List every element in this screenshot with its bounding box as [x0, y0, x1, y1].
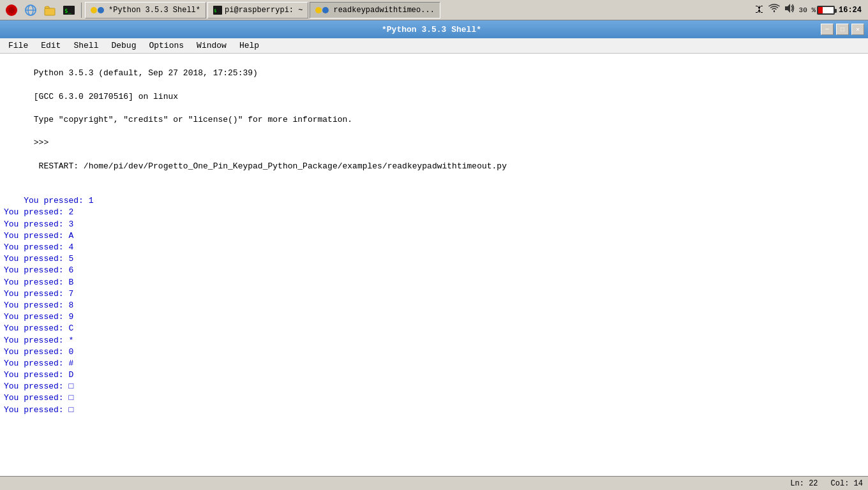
clock: 16:24: [839, 6, 862, 15]
python-shell-window: *Python 3.5.3 Shell* ─ □ ✕ File Edit She…: [0, 20, 868, 490]
output-line-11: You pressed: C: [4, 323, 73, 333]
taskbar-tab-0-label: *Python 3.5.3 Shell*: [108, 6, 200, 15]
menu-debug[interactable]: Debug: [105, 39, 142, 52]
taskbar: $_ *Python 3.5.3 Shell* $ pi@raspberrypi…: [0, 0, 868, 20]
maximize-button[interactable]: □: [836, 24, 849, 35]
statusbar: Ln: 22 Col: 14: [0, 476, 868, 490]
taskbar-readkeypad-tab[interactable]: readkeypadwithtimeo...: [310, 2, 440, 19]
minimize-button[interactable]: ─: [821, 24, 834, 35]
output-line-1: You pressed: 2: [4, 207, 73, 217]
wifi-icon[interactable]: [768, 3, 780, 17]
close-button[interactable]: ✕: [851, 24, 864, 35]
output-line-13: You pressed: 0: [4, 347, 73, 357]
browser-icon[interactable]: [22, 1, 40, 19]
output-line-18: You pressed: □: [4, 405, 73, 415]
restart-line: RESTART: /home/pi/dev/Progetto_One_Pin_K…: [34, 161, 507, 171]
output-line-7: You pressed: B: [4, 278, 73, 287]
output-line-8: You pressed: 7: [4, 289, 73, 299]
output-line-4: You pressed: 4: [4, 242, 73, 252]
output-line-16: You pressed: □: [4, 382, 73, 391]
battery-fill: [818, 7, 823, 13]
output-line-9: You pressed: 8: [4, 301, 73, 310]
window-titlebar: *Python 3.5.3 Shell* ─ □ ✕: [0, 20, 868, 38]
menubar: File Edit Shell Debug Options Window Hel…: [0, 38, 868, 54]
output-line-6: You pressed: 6: [4, 265, 73, 275]
output-line-17: You pressed: □: [4, 393, 73, 403]
battery-box: [817, 6, 835, 15]
intro-line-1: [GCC 6.3.0 20170516] on linux: [34, 92, 178, 101]
menu-window[interactable]: Window: [191, 39, 232, 52]
shell-output-area[interactable]: Python 3.5.3 (default, Sep 27 2018, 17:2…: [0, 54, 868, 476]
terminal-icon[interactable]: $_: [60, 1, 78, 19]
line-number: Ln: 22: [790, 479, 818, 488]
window-title: *Python 3.5.3 Shell*: [42, 25, 821, 34]
taskbar-tab-1-label: pi@raspberrypi: ~: [225, 6, 303, 15]
output-line-5: You pressed: 5: [4, 254, 73, 264]
intro-line-0: Python 3.5.3 (default, Sep 27 2018, 17:2…: [34, 68, 258, 78]
output-line-12: You pressed: *: [4, 336, 73, 345]
volume-icon[interactable]: [784, 3, 795, 17]
svg-text:$_: $_: [64, 8, 71, 14]
taskbar-tab-2-label: readkeypadwithtimeo...: [333, 6, 434, 15]
svg-point-1: [8, 7, 15, 13]
separator: [81, 3, 82, 18]
output-line-15: You pressed: D: [4, 370, 73, 380]
svg-rect-5: [45, 8, 55, 15]
output-line-10: You pressed: 9: [4, 312, 73, 322]
terminal-small-icon: $: [213, 6, 222, 15]
col-number: Col: 14: [831, 479, 863, 488]
python-icon-2: [315, 7, 329, 13]
taskbar-terminal-tab[interactable]: $ pi@raspberrypi: ~: [207, 2, 308, 19]
output-line-3: You pressed: A: [4, 231, 73, 241]
menu-file[interactable]: File: [3, 39, 34, 52]
battery-percent: 30 %: [799, 6, 816, 14]
shell-content: Python 3.5.3 (default, Sep 27 2018, 17:2…: [4, 56, 864, 416]
menu-shell[interactable]: Shell: [68, 39, 104, 52]
python-icon: [91, 7, 104, 13]
svg-point-10: [773, 11, 774, 12]
output-line-0: You pressed: 1: [24, 196, 93, 205]
intro-line-3: >>>: [34, 138, 54, 147]
svg-marker-11: [785, 4, 790, 13]
window-controls: ─ □ ✕: [821, 24, 864, 35]
svg-text:$: $: [214, 8, 216, 13]
bluetooth-icon[interactable]: ⯰: [754, 4, 765, 16]
menu-options[interactable]: Options: [143, 39, 190, 52]
file-manager-icon[interactable]: [41, 1, 59, 19]
intro-line-2: Type "copyright", "credits" or "license(…: [34, 115, 352, 124]
battery-indicator: 30 %: [799, 6, 835, 15]
menu-edit[interactable]: Edit: [35, 39, 66, 52]
menu-help[interactable]: Help: [234, 39, 265, 52]
output-line-2: You pressed: 3: [4, 219, 73, 229]
raspberry-pi-icon[interactable]: [3, 1, 20, 19]
taskbar-python-shell-tab[interactable]: *Python 3.5.3 Shell*: [85, 2, 206, 19]
system-tray: ⯰ 30 % 16:24: [754, 3, 865, 17]
output-line-14: You pressed: #: [4, 359, 73, 368]
